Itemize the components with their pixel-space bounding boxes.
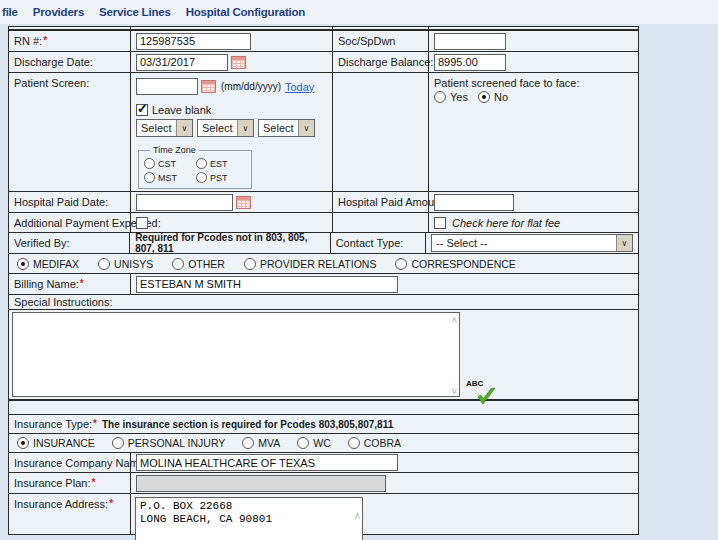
required-asterisk: * [43,35,47,46]
calendar-icon[interactable] [201,80,216,93]
field-cell: P.O. BOX 22668 LONG BEACH, CA 90801 ∧ [131,494,638,534]
radio-provider-relations[interactable]: PROVIDER RELATIONS [244,258,377,270]
form-row-special-instructions-label: Special Instructions: [9,295,638,310]
field-cell [429,192,638,212]
scrollbar-up-icon[interactable]: ∧ [451,315,458,325]
top-nav: file Providers Service Lines Hospital Co… [0,0,718,24]
leave-blank-checkbox[interactable] [136,104,148,116]
radio-label: CST [158,159,176,169]
radio-est[interactable]: EST [196,158,246,169]
leave-blank-label: Leave blank [152,104,211,116]
label-cell: Discharge Date: [9,52,131,72]
field-cell [131,192,333,212]
verified-by-note: Required for Pcodes not in 803, 805, 807… [135,232,325,254]
field-cell [131,31,333,51]
form-row-special-instructions: ∧ ∨ ABC [9,310,638,401]
scrollbar-down-icon[interactable]: ∨ [451,386,458,396]
form-row-insurance-type: Insurance Type:* The insurance section i… [9,415,638,434]
chevron-down-icon: ∨ [237,120,253,136]
rn-label: RN #:* [14,35,47,47]
spacer-cell [429,27,638,29]
chevron-down-icon: ∨ [298,120,314,136]
spellcheck-abc-icon[interactable]: ABC [465,377,497,405]
field-cell: (mm/dd/yyyy) Today Leave blank Select ∨ [131,73,333,191]
form-row-verification-source: MEDIFAX UNISYS OTHER PROVIDER RELATIONS … [9,254,638,274]
patient-screen-date-input[interactable] [136,78,198,95]
field-cell: -- Select -- ∨ [426,233,638,253]
special-instructions-textarea[interactable] [12,312,460,397]
calendar-icon[interactable] [231,56,246,69]
field-cell [131,473,638,493]
radio-personal-injury[interactable]: PERSONAL INJURY [112,437,225,449]
screen-select-1[interactable]: Select ∨ [136,119,193,137]
radio-pst[interactable]: PST [196,172,246,183]
green-checkmark-icon [476,387,496,405]
radio-medifax[interactable]: MEDIFAX [17,258,79,270]
nav-item-service-lines[interactable]: Service Lines [99,6,171,18]
spacer-cell [131,27,333,29]
label-cell: Insurance Type:* The insurance section i… [9,415,638,433]
radio-other[interactable]: OTHER [172,258,225,270]
radio-face-to-face-yes[interactable]: Yes [434,91,468,103]
radio-cst[interactable]: CST [144,158,194,169]
nav-item-providers[interactable]: Providers [33,6,84,18]
insurance-type-label: Insurance Type:* [14,418,97,430]
hospital-paid-date-input[interactable] [136,194,233,211]
radio-correspondence[interactable]: CORRESPONDENCE [395,258,515,270]
field-cell: Required for Pcodes not in 803, 805, 807… [130,233,331,253]
radio-label: WC [313,437,331,449]
insurance-company-input[interactable] [136,454,398,471]
contact-type-label: Contact Type: [336,237,404,249]
nav-item-hospital-configuration[interactable]: Hospital Configuration [186,6,306,18]
hospital-paid-amount-input[interactable] [434,194,514,211]
radio-label: MST [158,173,177,183]
form-row-patient-screen: Patient Screen: (mm/dd/yyyy) Today Leave… [9,73,638,192]
field-cell: Check here for flat fee [429,213,638,232]
additional-payment-checkbox[interactable] [136,217,148,229]
discharge-date-input[interactable] [136,54,228,71]
flat-fee-checkbox[interactable] [434,217,446,229]
label-cell: Discharge Balance:* [333,52,429,72]
screen-select-2[interactable]: Select ∨ [197,119,254,137]
radio-mst[interactable]: MST [144,172,194,183]
contact-type-select[interactable]: -- Select -- ∨ [431,234,633,252]
screen-select-3[interactable]: Select ∨ [258,119,315,137]
nav-item-file[interactable]: file [2,6,18,18]
radio-wc[interactable]: WC [297,437,331,449]
rn-input[interactable] [136,33,251,50]
field-cell: Patient screened face to face: Yes No [429,73,638,191]
chevron-down-icon: ∨ [176,120,192,136]
label-cell: Insurance Address:* [9,494,131,534]
patient-screen-label: Patient Screen: [14,77,89,89]
insurance-address-textarea[interactable]: P.O. BOX 22668 LONG BEACH, CA 90801 [135,497,363,540]
scrollbar-up-icon[interactable]: ∧ [354,511,361,521]
spacer-cell [9,27,131,29]
radio-button [244,258,256,270]
radio-mva[interactable]: MVA [242,437,280,449]
empty-cell [333,73,429,191]
radio-label: EST [210,159,228,169]
form-row-hospital-paid: Hospital Paid Date: Hospital Paid Amount… [9,192,638,213]
form-row-insurance-address: Insurance Address:* P.O. BOX 22668 LONG … [9,494,638,534]
field-cell [131,52,333,72]
radio-unisys[interactable]: UNISYS [98,258,153,270]
label-cell: Hospital Paid Amount: [333,192,429,212]
billing-name-input[interactable] [136,276,398,293]
radio-insurance[interactable]: INSURANCE [17,437,95,449]
today-link[interactable]: Today [285,81,314,93]
radio-label: MEDIFAX [33,258,79,270]
radio-face-to-face-no[interactable]: No [478,91,508,103]
form-row-billing-name: Billing Name:* [9,274,638,295]
discharge-balance-input[interactable] [434,54,506,71]
radio-button [196,158,207,169]
radio-button [144,158,155,169]
label-cell: Additional Payment Expected: [9,213,131,232]
radio-button [196,172,207,183]
flat-fee-label: Check here for flat fee [452,217,560,229]
calendar-icon[interactable] [236,196,251,209]
special-instructions-label: Special Instructions: [14,296,112,308]
soc-spdwn-input[interactable] [434,33,506,50]
radio-cobra[interactable]: COBRA [348,437,401,449]
form-row-discharge: Discharge Date: Discharge Balance:* [9,52,638,73]
field-cell [131,274,638,294]
